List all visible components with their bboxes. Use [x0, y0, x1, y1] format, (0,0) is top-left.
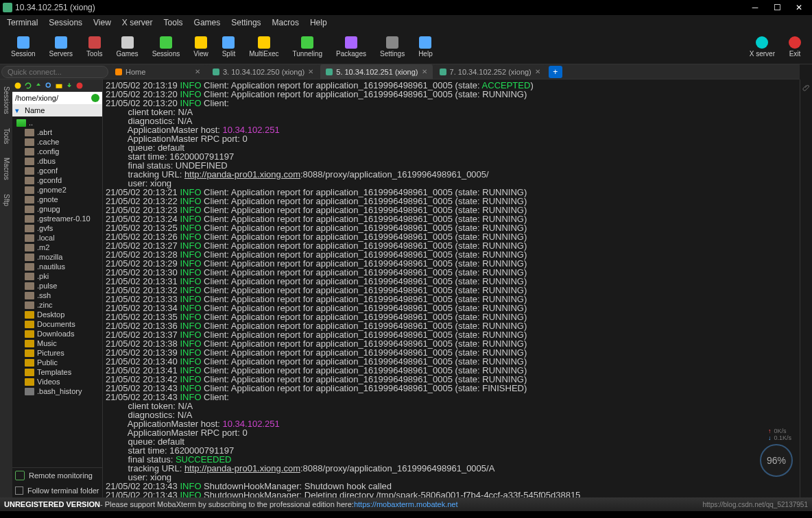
tab-close-icon[interactable]: ✕	[422, 68, 427, 75]
session-icon	[17, 36, 29, 49]
gauge-value: 96%	[767, 455, 786, 466]
file-item[interactable]: .abrt	[12, 127, 102, 137]
file-item[interactable]: .m2	[12, 243, 102, 252]
folder-icon	[25, 311, 34, 319]
file-item[interactable]: .gstreamer-0.10	[12, 214, 102, 223]
tool-exit[interactable]: Exit	[782, 35, 808, 59]
download-icon[interactable]	[65, 82, 73, 90]
paperclip-icon[interactable]	[802, 84, 811, 92]
refresh-icon[interactable]	[24, 82, 32, 90]
tool-split[interactable]: Split	[215, 35, 242, 59]
folder-icon	[25, 292, 34, 299]
tab-close-icon[interactable]: ✕	[535, 68, 540, 75]
tool-tunneling[interactable]: Tunneling	[286, 35, 330, 59]
file-item[interactable]: ..	[12, 118, 102, 127]
file-item[interactable]: .dbus	[12, 156, 102, 166]
tab-close-icon[interactable]: ✕	[195, 68, 200, 75]
folder-icon	[25, 244, 34, 251]
minimize-button[interactable]: ─	[750, 3, 760, 12]
menu-sessions[interactable]: Sessions	[43, 18, 88, 27]
quick-connect-input[interactable]	[1, 66, 108, 78]
file-item[interactable]: .config	[12, 147, 102, 156]
search-icon[interactable]	[45, 82, 53, 90]
sidebar-path[interactable]: /home/xiong/	[12, 92, 102, 104]
file-item[interactable]: .zinc	[12, 300, 102, 310]
tool-xserver[interactable]: X server	[743, 35, 782, 59]
up-icon[interactable]	[34, 82, 43, 90]
menu-settings[interactable]: Settings	[226, 18, 266, 27]
view-icon	[195, 36, 207, 49]
tool-view[interactable]: View	[187, 35, 215, 59]
file-item[interactable]: .ssh	[12, 291, 102, 300]
folder-icon	[25, 263, 34, 271]
file-item[interactable]: .nautilus	[12, 262, 102, 271]
file-item[interactable]: .gconfd	[12, 175, 102, 185]
file-item[interactable]: .local	[12, 233, 102, 243]
tab-icon	[440, 69, 446, 75]
remote-monitoring-toggle[interactable]: Remote monitoring	[12, 468, 102, 483]
menu-terminal[interactable]: Terminal	[1, 18, 43, 27]
left-tab-macros[interactable]: Macros	[3, 153, 10, 184]
tool-tools[interactable]: Tools	[80, 35, 109, 59]
follow-terminal-toggle[interactable]: Follow terminal folder	[12, 483, 102, 498]
file-item[interactable]: .gnome2	[12, 185, 102, 195]
tool-settings[interactable]: Settings	[373, 35, 411, 59]
left-tab-tools[interactable]: Tools	[3, 124, 10, 148]
menu-view[interactable]: View	[88, 18, 117, 27]
tool-servers[interactable]: Servers	[43, 35, 80, 59]
checkbox-icon[interactable]	[15, 486, 23, 495]
tab-bar: Home✕3. 10.34.102.250 (xiong)✕5. 10.34.1…	[108, 64, 800, 79]
tool-sessions[interactable]: Sessions	[145, 35, 187, 59]
file-item[interactable]: .pulse	[12, 281, 102, 291]
file-item[interactable]: .gvfs	[12, 223, 102, 233]
tab-71034102252xiong[interactable]: 7. 10.34.102.252 (xiong)✕	[434, 64, 546, 79]
tool-help[interactable]: Help	[411, 35, 440, 59]
file-item[interactable]: Templates	[12, 367, 102, 377]
file-item[interactable]: Pictures	[12, 348, 102, 358]
close-button[interactable]: ✕	[794, 3, 804, 12]
file-item[interactable]: .mozilla	[12, 252, 102, 262]
tab-add-button[interactable]: +	[549, 66, 562, 78]
file-item[interactable]: .cache	[12, 137, 102, 147]
file-item[interactable]: Downloads	[12, 329, 102, 338]
tool-packages[interactable]: Packages	[329, 35, 373, 59]
menu-xserver[interactable]: X server	[117, 18, 158, 27]
tab-icon	[115, 69, 122, 75]
file-item[interactable]: Desktop	[12, 310, 102, 319]
globe-icon[interactable]	[14, 82, 22, 90]
svg-point-1	[46, 83, 50, 87]
tab-51034102251xiong[interactable]: 5. 10.34.102.251 (xiong)✕	[320, 64, 432, 79]
folder-icon	[25, 206, 34, 213]
tool-multiexec[interactable]: MultiExec	[242, 35, 285, 59]
tab-close-icon[interactable]: ✕	[308, 68, 313, 75]
left-tab-sftp[interactable]: Sftp	[3, 190, 10, 210]
file-item[interactable]: .gnupg	[12, 204, 102, 214]
new-folder-icon[interactable]	[55, 82, 63, 90]
file-item[interactable]: Videos	[12, 377, 102, 386]
file-item[interactable]: .pki	[12, 271, 102, 281]
file-item[interactable]: Music	[12, 338, 102, 348]
file-item[interactable]: Documents	[12, 319, 102, 329]
tab-31034102250xiong[interactable]: 3. 10.34.102.250 (xiong)✕	[207, 64, 319, 79]
tool-games[interactable]: Games	[109, 35, 145, 59]
menu-tools[interactable]: Tools	[158, 18, 189, 27]
multiexec-icon	[258, 36, 270, 49]
status-link[interactable]: https://mobaxterm.mobatek.net	[354, 500, 458, 508]
menu-help[interactable]: Help	[304, 18, 333, 27]
menu-games[interactable]: Games	[189, 18, 226, 27]
delete-icon[interactable]	[75, 82, 84, 90]
left-tab-sessions[interactable]: Sessions	[3, 82, 10, 119]
tool-session[interactable]: Session	[4, 35, 43, 59]
file-item[interactable]: .bash_history	[12, 386, 102, 396]
remote-monitoring-label: Remote monitoring	[29, 471, 93, 480]
left-tab-strip: SessionsToolsMacrosSftp	[0, 79, 12, 497]
file-item[interactable]: Public	[12, 358, 102, 367]
maximize-button[interactable]: ☐	[772, 3, 782, 12]
file-item[interactable]: .gnote	[12, 195, 102, 204]
file-tree[interactable]: ...abrt.cache.config.dbus.gconf.gconfd.g…	[12, 116, 102, 467]
menu-macros[interactable]: Macros	[267, 18, 304, 27]
sidebar-column-header[interactable]: ▾ Name	[12, 104, 102, 116]
file-item[interactable]: .gconf	[12, 166, 102, 175]
terminal-output[interactable]: 21/05/02 20:13:19 INFO Client: Applicati…	[103, 79, 800, 497]
tab-home[interactable]: Home✕	[110, 64, 206, 79]
